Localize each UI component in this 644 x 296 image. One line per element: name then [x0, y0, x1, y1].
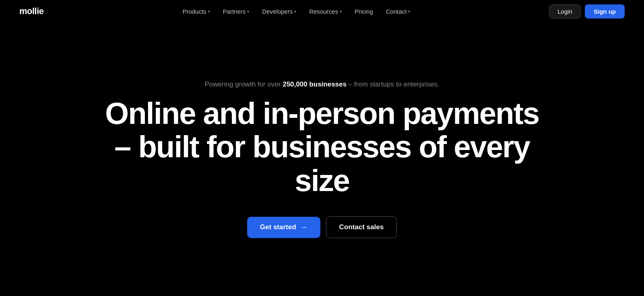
signup-button[interactable]: Sign up — [585, 4, 625, 18]
hero-subtitle: Powering growth for over 250,000 busines… — [204, 80, 439, 88]
hero-section: Powering growth for over 250,000 busines… — [0, 23, 644, 296]
hero-title: Online and in-person payments – built fo… — [101, 97, 543, 197]
nav-item-partners[interactable]: Partners ▾ — [218, 5, 254, 18]
nav-link-partners[interactable]: Partners ▾ — [218, 5, 254, 18]
nav-link-contact[interactable]: Contact ▾ — [381, 5, 415, 18]
nav-link-developers[interactable]: Developers ▾ — [257, 5, 301, 18]
nav-item-products[interactable]: Products ▾ — [178, 5, 215, 18]
get-started-button[interactable]: Get started → — [247, 217, 320, 238]
contact-sales-button[interactable]: Contact sales — [326, 216, 397, 238]
hero-buttons: Get started → Contact sales — [247, 216, 397, 238]
chevron-down-icon: ▾ — [208, 9, 210, 14]
nav-actions: Login Sign up — [549, 4, 625, 18]
nav-link-pricing[interactable]: Pricing — [350, 5, 378, 18]
nav-link-products[interactable]: Products ▾ — [178, 5, 215, 18]
nav-item-resources[interactable]: Resources ▾ — [304, 5, 347, 18]
nav-item-developers[interactable]: Developers ▾ — [257, 5, 301, 18]
logo-text: mollie — [19, 6, 44, 16]
navbar: mollie Products ▾ Partners ▾ Developers … — [0, 0, 644, 23]
chevron-down-icon: ▾ — [294, 9, 296, 14]
chevron-down-icon: ▾ — [340, 9, 342, 14]
nav-item-pricing[interactable]: Pricing — [350, 5, 378, 18]
arrow-icon: → — [300, 223, 308, 232]
chevron-down-icon: ▾ — [247, 9, 249, 14]
nav-links: Products ▾ Partners ▾ Developers ▾ Resou… — [178, 5, 415, 18]
nav-link-resources[interactable]: Resources ▾ — [304, 5, 347, 18]
chevron-down-icon: ▾ — [408, 9, 410, 14]
login-button[interactable]: Login — [549, 4, 581, 18]
logo[interactable]: mollie — [19, 6, 44, 16]
nav-item-contact[interactable]: Contact ▾ — [381, 5, 415, 18]
